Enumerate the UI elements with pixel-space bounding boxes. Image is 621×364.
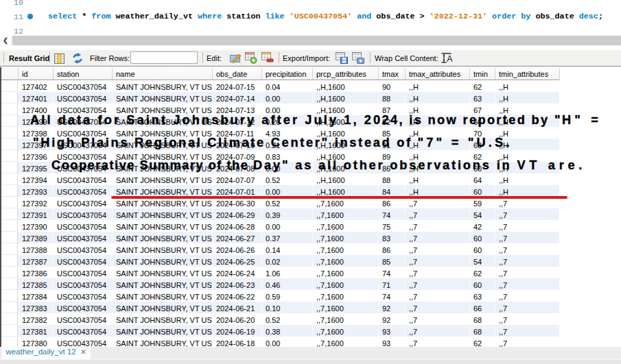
svg-text:A: A bbox=[447, 54, 452, 64]
